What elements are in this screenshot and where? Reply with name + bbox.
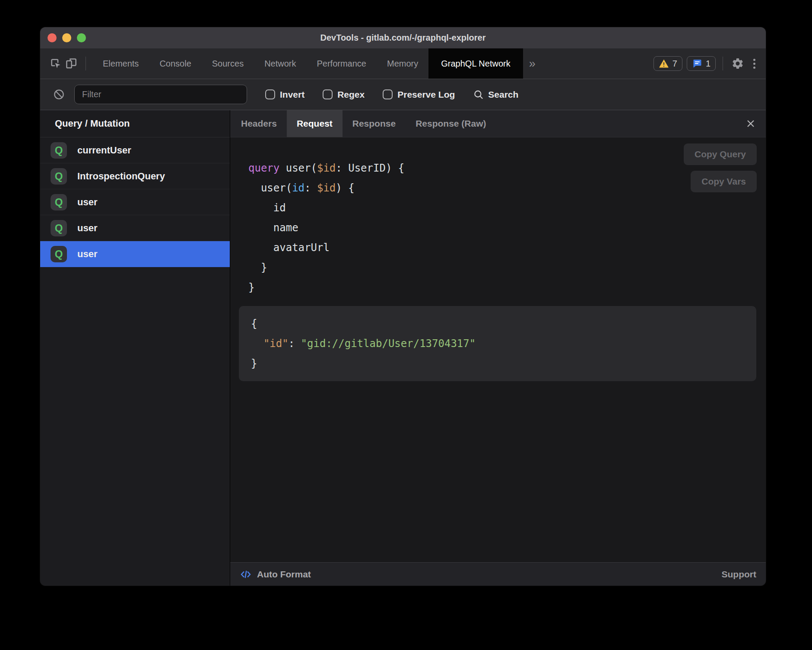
query-mutation-header: Query / Mutation [40,110,230,137]
close-window-button[interactable] [48,33,57,42]
titlebar: DevTools - gitlab.com/-/graphql-explorer [40,27,766,48]
query-list-item[interactable]: Q user [40,215,230,241]
regex-checkbox [323,89,333,99]
preserve-log-checkbox-group[interactable]: Preserve Log [383,89,455,100]
regex-label: Regex [337,89,365,100]
toolbar-divider [86,57,86,70]
search-icon [473,89,484,100]
preserve-log-label: Preserve Log [397,89,455,100]
inspect-element-icon[interactable] [48,56,63,71]
more-options-icon[interactable] [750,59,759,69]
devtools-window: DevTools - gitlab.com/-/graphql-explorer… [40,27,766,586]
close-panel-icon[interactable] [744,117,757,130]
code-brackets-icon [240,568,252,580]
query-type-badge: Q [51,168,67,185]
auto-format-button[interactable]: Auto Format [240,568,311,580]
query-list-item[interactable]: Q user [40,189,230,215]
request-tab-content: query user($id: UserID) { user(id: $id) … [230,137,766,562]
invert-checkbox [265,89,275,99]
devtools-tabbar: Elements Console Sources Network Perform… [40,48,766,79]
zoom-window-button[interactable] [77,33,86,42]
tab-sources[interactable]: Sources [202,48,254,79]
tab-performance[interactable]: Performance [307,48,377,79]
more-tabs-chevron-icon[interactable]: » [529,58,536,70]
warnings-badge[interactable]: 7 [653,56,682,71]
search-button[interactable]: Search [473,89,518,100]
detail-panel: Headers Request Response Response (Raw) … [230,110,766,586]
query-variables-box: { "id": "gid://gitlab/User/13704317"} [239,306,756,381]
message-count: 1 [706,59,710,69]
search-label: Search [488,89,518,100]
device-toolbar-icon[interactable] [63,56,79,71]
copy-query-button[interactable]: Copy Query [684,143,757,165]
query-list-item-selected[interactable]: Q user [40,241,230,267]
filter-bar: Invert Regex Preserve Log Search [40,79,766,110]
detail-panel-tabs: Headers Request Response Response (Raw) [230,110,766,137]
query-name: user [77,197,97,208]
toolbar-right-controls: 7 1 [653,56,766,71]
tab-headers[interactable]: Headers [231,110,287,137]
window-title: DevTools - gitlab.com/-/graphql-explorer [320,33,485,43]
regex-checkbox-group[interactable]: Regex [323,89,365,100]
query-name: IntrospectionQuery [77,171,165,182]
query-list-item[interactable]: Q IntrospectionQuery [40,163,230,189]
tab-response-raw[interactable]: Response (Raw) [406,110,496,137]
query-name: user [77,249,97,260]
clear-filter-icon[interactable] [53,89,65,100]
filter-input[interactable] [74,85,247,104]
invert-checkbox-group[interactable]: Invert [265,89,304,100]
traffic-lights [48,27,86,48]
copy-buttons: Copy Query Copy Vars [684,143,757,192]
minimize-window-button[interactable] [62,33,71,42]
tab-response[interactable]: Response [343,110,406,137]
tab-network[interactable]: Network [254,48,306,79]
warning-count: 7 [672,59,677,69]
query-list-item[interactable]: Q currentUser [40,137,230,163]
query-type-badge: Q [51,220,67,236]
query-list-sidebar: Query / Mutation Q currentUser Q Introsp… [40,110,230,586]
main-area: Query / Mutation Q currentUser Q Introsp… [40,110,766,586]
message-icon [692,58,702,69]
tab-request[interactable]: Request [287,110,343,137]
query-type-badge: Q [51,194,67,210]
messages-badge[interactable]: 1 [687,56,716,71]
panel-bottom-bar: Auto Format Support [230,562,766,586]
invert-label: Invert [280,89,304,100]
query-type-badge: Q [51,142,67,159]
tab-graphql-network[interactable]: GraphQL Network [428,48,523,79]
preserve-log-checkbox [383,89,393,99]
settings-gear-icon[interactable] [730,56,745,71]
copy-vars-button[interactable]: Copy Vars [691,171,757,192]
query-name: currentUser [77,145,131,156]
auto-format-label: Auto Format [257,569,311,580]
tab-elements[interactable]: Elements [92,48,149,79]
tab-memory[interactable]: Memory [377,48,428,79]
query-name: user [77,223,97,234]
warning-icon [659,58,669,69]
toolbar-divider [723,57,723,70]
tab-console[interactable]: Console [149,48,201,79]
support-link[interactable]: Support [722,569,756,580]
query-type-badge: Q [51,246,67,262]
